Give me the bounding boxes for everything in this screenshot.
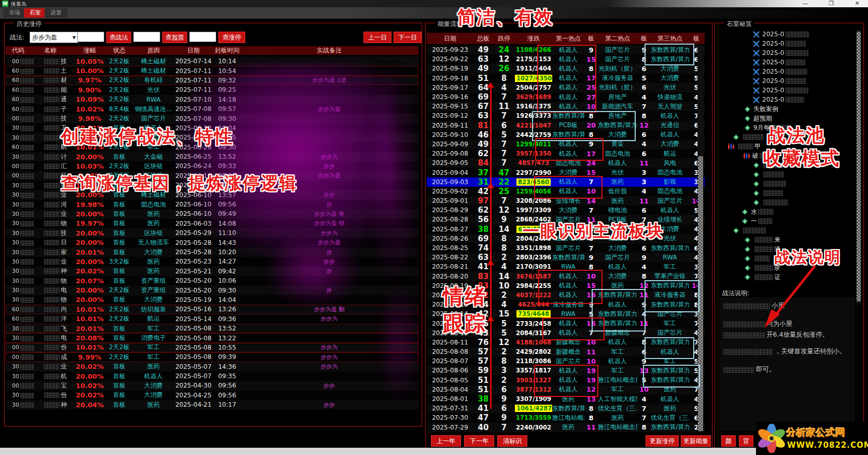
table-row[interactable]: 00成9.99%2天2板军工2025-05-0809:39步步为 (6, 352, 418, 362)
next-day-button[interactable]: 下一日 (394, 32, 422, 43)
maximize-icon[interactable]: ❐ (823, 0, 839, 7)
tree-item[interactable]: 失败案例 (717, 104, 855, 114)
minimize-icon[interactable]: — (797, 0, 813, 7)
table-row[interactable]: 2025-09-1567111916/3375机器人10新能源汽车7无人驾驶5 (427, 102, 705, 111)
tree-item[interactable]: 超预期 (717, 114, 855, 123)
table-row[interactable]: 30业20.00%首板医药2025-06-1009:49步步为盈 锥 (6, 209, 418, 218)
table-row[interactable]: 2025-08-065933357/1817机器人19军工13东数西算/算力5 (427, 366, 705, 375)
table-row[interactable]: 2025-07-294072240/3002医药11雅江电站概念股8东数西算/算… (427, 423, 705, 432)
table-row[interactable]: 2025-08-013893307/1909医药13人工智能大模型4机器人4 (427, 394, 705, 404)
table-row[interactable]: 2025-09-094971299/4011机器人9黄金4大消费4 (427, 140, 705, 149)
table-row[interactable]: 30河19.98%首板固态电池2025-06-1009:56步 (6, 200, 418, 209)
table-row[interactable]: 2025-09-118164221/1047PCB板20东数西算/算力12光通信… (427, 121, 705, 130)
table-row[interactable]: 30业20.02%首板医药2025-05-0714:36步步为 (6, 362, 418, 371)
color-button[interactable]: 颜 (721, 435, 736, 447)
search-stock-button[interactable]: 查股票 (162, 32, 187, 43)
search-strategy-button[interactable]: 查战法 (106, 32, 131, 43)
table-row[interactable]: 30种20.04%首板医药2025-04-2110:17步步 (6, 400, 418, 409)
search-limit-button[interactable]: 查涨停 (218, 32, 245, 43)
table-row[interactable]: 30技20.00%首板区块链2025-05-2911:10步步为 (6, 228, 418, 238)
tab-settings[interactable]: 设置 (45, 8, 67, 18)
close-icon[interactable]: ✕ (849, 0, 865, 7)
tree-item[interactable]: 2025-0 (717, 86, 855, 95)
table-row[interactable]: 30计20.00%首板大金融2025-06-2513:52步步为 (6, 152, 418, 161)
table-row[interactable]: 2025-08-2962121997/3309大消费7锂电池6机器人5 (427, 205, 705, 215)
scrollbar[interactable] (697, 45, 704, 432)
table-row[interactable]: 30物20.00%首板大消费2025-05-1914:04 (6, 295, 418, 305)
table-row[interactable]: 2025-09-126371926/3373东数西算/算力8房地产8机器人7 (427, 111, 705, 120)
tree-item[interactable]: 2025-0 (717, 30, 855, 39)
table-row[interactable]: 2025-09-1949261911/3404机器人8光刻机（胶）6大消费5 (427, 64, 705, 73)
table-row[interactable]: 30业20.00%3天2板医药2025-05-2314:27步步 (6, 257, 418, 266)
table-row[interactable]: 60材9.97%2天2板有机硅2025-07-1109:32步步为盈 1进 (6, 76, 418, 85)
table-row[interactable]: 2025-09-2263122175/3153机器人15国产芯片8东数西算/算力… (427, 54, 705, 64)
next-year-button[interactable]: 下一年 (464, 435, 494, 447)
table-row[interactable]: 00汇10.03%2天2板区块链2025-06-2409:33步步 (6, 161, 418, 171)
prev-year-button[interactable]: 上一年 (431, 435, 461, 447)
table-row[interactable]: 2025-08-214142170/3091RWA8机器人4军工3 (427, 262, 705, 271)
table-row[interactable]: 30电20.00%2天2板资产重组2025-05-2009:30步 (6, 285, 418, 295)
table-row[interactable]: 2025-08-055123903/1327机器人19雅江电站概念股5东数西算/… (427, 376, 705, 385)
table-row[interactable]: 60洋10.01%2天2板航运2025-05-1409:36步步为 (6, 314, 418, 324)
table-row[interactable]: 60土10.00%2天2板稀土磁材2025-07-1110:54 (6, 66, 418, 75)
tree-item[interactable] (717, 198, 855, 207)
table-row[interactable]: 2025-08-075782118/3086国产芯片10机器人9军工5 (427, 356, 705, 366)
table-row[interactable]: 2025-09-0437472297/2990大消费15光伏3固态电池3 (427, 168, 705, 177)
table-row[interactable]: 2025-09-2349241108/4266机器人9国产芯片9东数西算/算力6 (427, 45, 705, 54)
table-row[interactable]: 30份20.02%首板大消费2025-04-2509:56 (6, 391, 418, 400)
table-row[interactable]: 00技10.05%2天2板稀土磁材2025-07-1410:14 (6, 57, 418, 66)
table-row[interactable]: 2025-09-0242251259/4056机器人10低价股4固态电池4 (427, 187, 705, 196)
table-row[interactable]: 2025-09-033122823/4560机器人7医药3影视3 (427, 177, 705, 187)
tree-item[interactable]: 2025-0 (717, 39, 855, 48)
table-row[interactable]: 2025-08-2083143676/1587机器人10大消费8苹果产业链7 (427, 272, 705, 281)
table-row[interactable]: 2025-08-045163877/1312机器人12军工10医药7 (427, 385, 705, 394)
background-button[interactable]: 背 (739, 435, 753, 447)
table-row[interactable]: 2025-08-226322803/2396东数西算/算力9国产芯片9RWA4 (427, 253, 705, 262)
table-row[interactable]: 30飞20.01%首板军工2025-05-0813:52 (6, 324, 418, 333)
clear-marks-button[interactable]: 清标识 (497, 435, 527, 447)
update-energy-button[interactable]: 更新能量 (681, 435, 711, 447)
table-row[interactable]: 30机20.00%首板机器人2025-05-0709:35 (6, 371, 418, 381)
tab-market[interactable]: 市场 (3, 8, 26, 18)
table-row[interactable]: 2025-09-058474857/473固态电池24机器人11风电6 (427, 158, 705, 168)
table-row[interactable]: 2025-09-185181027/4350机器人17液冷服务器5大消费5 (427, 74, 705, 83)
table-row[interactable]: 2025-08-257483351/1898国产芯片7大消费6东数西算/算力6 (427, 243, 705, 253)
table-row[interactable]: 30物19.97%首板医药2025-06-0314:08步步为盈 销 (6, 219, 418, 228)
tree-item[interactable]: 2025-0 (717, 48, 855, 58)
table-row[interactable]: 30家20.01%首板大消费2025-05-2810:20步 (6, 247, 418, 257)
tab-stone-room[interactable]: 石室 (24, 8, 47, 18)
stock-search-input[interactable] (133, 32, 160, 42)
tree-item[interactable]: 2025-0 (717, 58, 855, 67)
table-row[interactable]: 00份10.01%2天2板军工2025-05-0810:55步步为 (6, 343, 418, 352)
table-row[interactable]: 2025-09-176442504/2757机器人25光刻机（胶）6光伏5 (427, 83, 705, 92)
limit-search-input[interactable] (189, 32, 216, 42)
table-row[interactable]: 00宝10.02%首板大消费2025-04-3009:56步步 (6, 381, 418, 390)
table-row[interactable]: 2025-07-304791713/3559雅江电站概念股8医药7优化生育（三.… (427, 413, 705, 422)
table-row[interactable]: 30种20.02%首板医药2025-05-2109:42步 (6, 267, 418, 276)
table-row[interactable]: 2025-09-166973629/1689机器人27房地产4快递物流4 (427, 92, 705, 102)
table-row[interactable]: 30物20.07%首板资产重组2025-05-2010:06 (6, 276, 418, 285)
tree-item[interactable] (717, 226, 855, 235)
scrollbar-thumb[interactable] (698, 156, 703, 431)
strategy-search-input[interactable] (77, 32, 104, 42)
tree-item[interactable] (717, 170, 855, 179)
table-row[interactable]: 60尚10.01%2天2板纺织服装2025-05-1613:26步步为盈 翻 (6, 305, 418, 314)
scrollbar[interactable] (856, 30, 861, 305)
table-row[interactable]: 2025-09-019773208/2086业绩增长14医药11国产芯片10 (427, 196, 705, 205)
prev-day-button[interactable]: 上一日 (363, 32, 391, 43)
strategy-select[interactable]: 步步为盈 ▼ (30, 32, 78, 43)
table-row[interactable]: 00技9.98%2天2板国产芯片2025-07-0809:30 (6, 114, 418, 123)
table-row[interactable]: 2025-07-314161061/4287东数西算/算力8优化生育（三...7… (427, 404, 705, 413)
table-row[interactable]: 30电20.08%首板消费电子2025-05-0813:22 (6, 333, 418, 342)
table-row[interactable]: 2025-08-085722429/2802新疆概念11军工6机器人4 (427, 347, 705, 356)
table-row[interactable]: 60通10.09%2天2板RWA2025-07-1014:18 (6, 95, 418, 104)
tree-item[interactable]: 水 (717, 207, 855, 216)
table-row[interactable]: 2025-09-086273957/1350机器人17固态电池6航运4 (427, 149, 705, 158)
table-row[interactable]: 60能9.90%2天2板光伏2025-07-1109:25 (6, 85, 418, 94)
table-row[interactable]: 30日20.00%首板无人物流车2025-05-2814:43步步为盈 (6, 238, 418, 247)
tree-item[interactable]: 2025-0 (717, 76, 855, 86)
scrollbar-thumb[interactable] (857, 32, 861, 301)
table-row[interactable]: 2025-08-1176124188/1068新疆概念10机器人8东数西算/算力… (427, 338, 705, 347)
table-row[interactable]: 2025-09-104652442/2759东数西算/算力8大消费6机器人4 (427, 130, 705, 140)
tree-item[interactable] (717, 188, 855, 198)
